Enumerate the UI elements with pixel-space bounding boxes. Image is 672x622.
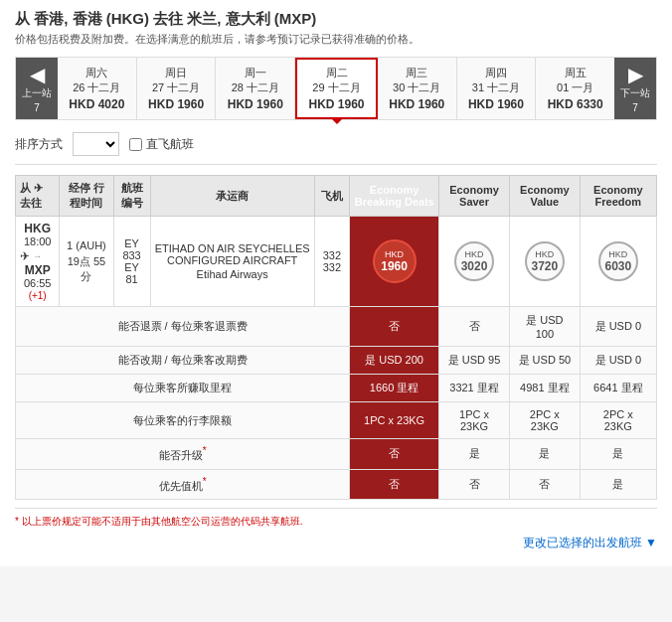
detail-ef-value: 是 USD 0 [580,347,656,375]
calendar-prev-button[interactable]: ◀ 上一站 7 [16,58,58,119]
direct-flight-checkbox[interactable] [129,138,142,151]
day-date: 29 十二月 [312,80,360,95]
detail-ebd-value: 1660 里程 [350,375,439,402]
to-time: 06:55 [24,277,52,289]
day-price: HKD 4020 [69,97,124,111]
ebd-amount: 1960 [381,259,408,273]
detail-ef-value: 是 [580,469,656,500]
detail-label: 优先值机* [16,469,350,500]
detail-ebd-value: 1PC x 23KG [350,402,439,439]
detail-es-value: 否 [439,469,510,500]
day-date: 30 十二月 [393,80,440,95]
detail-es-value: 否 [439,307,510,347]
flight-from-to: HKG 18:00 ✈ → MXP 06:55 (+1) [16,217,60,307]
asterisk-icon: * [203,445,207,456]
carrier-config: ETIHAD ON AIR SEYCHELLES CONFIGURED AIRC… [155,242,310,266]
flight-num-1: EY 833 [118,237,146,261]
detail-ev-value: 2PC x 23KG [510,402,581,439]
price-ev-circle[interactable]: HKD 3720 [525,241,565,281]
prev-label: 上一站 [22,86,52,100]
detail-es-value: 是 USD 95 [439,347,510,375]
detail-row-0: 能否退票 / 每位乘客退票费 否 否 是 USD 100 是 USD 0 [16,307,657,347]
calendar-day-0[interactable]: 周六 26 十二月 HKD 4020 [58,58,137,119]
page-title: 从 香港, 香港 (HKG) 去往 米兰, 意大利 (MXP) [15,10,657,29]
asterisk-icon: * [203,476,207,487]
left-arrow-icon: ◀ [30,65,45,84]
price-ebd-cell[interactable]: HKD 1960 [350,217,439,307]
col-header-es: Economy Saver [439,176,510,217]
detail-ef-value: 6641 里程 [580,375,656,402]
detail-label: 每位乘客的行李限额 [16,402,350,439]
day-date: 27 十二月 [152,80,200,95]
day-price: HKD 1960 [389,97,444,111]
day-price: HKD 1960 [309,97,365,111]
detail-ef-value: 2PC x 23KG [580,402,656,439]
detail-ev-value: 4981 里程 [510,375,581,402]
carrier-name: Etihad Airways [155,268,310,280]
calendar-day-4[interactable]: 周三 30 十二月 HKD 1960 [378,58,457,119]
sort-label: 排序方式 [15,136,63,153]
detail-ebd-value: 否 [350,307,439,347]
detail-ebd-value: 否 [350,469,439,500]
calendar-day-2[interactable]: 周一 28 十二月 HKD 1960 [216,58,295,119]
ef-amount: 6030 [604,259,631,273]
calendar-day-5[interactable]: 周四 31 十二月 HKD 1960 [457,58,537,119]
sort-select[interactable] [73,132,119,156]
price-ebd-circle[interactable]: HKD 1960 [373,239,417,283]
day-price: HKD 1960 [468,97,524,111]
detail-label: 每位乘客所赚取里程 [16,375,350,402]
day-name: 周四 [485,66,507,80]
price-es-cell[interactable]: HKD 3020 [439,217,510,307]
day-price: HKD 6330 [548,97,603,111]
chevron-down-icon: ▼ [645,536,657,549]
flight-stops: 1 (AUH) 19点 55分 [60,217,113,307]
change-flight-link[interactable]: 更改已选择的出发航班 ▼ [15,535,657,551]
detail-ev-value: 是 USD 100 [510,307,581,347]
price-ef-cell[interactable]: HKD 6030 [580,217,656,307]
col-header-flight: 航班编号 [113,176,150,217]
col-header-ebd: Economy Breaking Deals [350,176,439,217]
direct-flight-option: 直飞航班 [129,136,194,153]
detail-ev-value: 是 USD 50 [510,347,581,375]
day-name: 周五 [565,66,587,80]
calendar-day-3[interactable]: 周二 29 十二月 HKD 1960 [295,58,378,119]
footer-note: * 以上票价规定可能不适用于由其他航空公司运营的代码共享航班. [15,508,657,529]
detail-es-value: 是 [439,439,510,470]
flight-num-2: EY 81 [118,261,146,285]
price-ev-cell[interactable]: HKD 3720 [510,217,581,307]
direct-flight-label: 直飞航班 [146,136,194,153]
price-ef-circle[interactable]: HKD 6030 [598,241,638,281]
flight-carrier: ETIHAD ON AIR SEYCHELLES CONFIGURED AIRC… [150,217,314,307]
next-label: 下一站 [620,86,650,100]
day-name: 周一 [245,66,266,80]
calendar-day-6[interactable]: 周五 01 一月 HKD 6330 [536,58,614,119]
calendar-day-1[interactable]: 周日 27 十二月 HKD 1960 [137,58,217,119]
es-currency: HKD [465,249,484,259]
detail-ef-value: 是 [580,439,656,470]
calendar-next-button[interactable]: ▶ 下一站 7 [614,58,656,119]
col-header-aircraft: 飞机 [314,176,349,217]
detail-row-1: 能否改期 / 每位乘客改期费 是 USD 200 是 USD 95 是 USD … [16,347,657,375]
day-name: 周三 [406,66,427,80]
detail-ev-value: 否 [510,469,581,500]
col-header-carrier: 承运商 [150,176,314,217]
detail-row-4: 能否升级* 否 是 是 是 [16,439,657,470]
day-date: 01 一月 [557,80,593,95]
detail-ebd-value: 是 USD 200 [350,347,439,375]
day-price: HKD 1960 [228,97,283,111]
flight-table: 从 ✈ 去往 经停 行程时间 航班编号 承运商 飞机 Economy Break… [15,175,657,500]
page-subtitle: 价格包括税费及附加费。在选择满意的航班后，请参考预订记录已获得准确的价格。 [15,32,657,47]
to-airport: MXP [25,263,51,277]
from-airport: HKG [24,222,51,235]
detail-ef-value: 是 USD 0 [580,307,656,347]
calendar-days: 周六 26 十二月 HKD 4020 周日 27 十二月 HKD 1960 周一… [58,58,614,119]
price-es-circle[interactable]: HKD 3020 [454,241,494,281]
prev-num: 7 [34,102,40,113]
day-name: 周日 [165,66,187,80]
right-arrow-icon: ▶ [628,65,643,84]
detail-label: 能否退票 / 每位乘客退票费 [16,307,350,347]
detail-ebd-value: 否 [350,439,439,470]
detail-row-5: 优先值机* 否 否 否 是 [16,469,657,500]
detail-ev-value: 是 [510,439,581,470]
day-date: 28 十二月 [232,80,279,95]
